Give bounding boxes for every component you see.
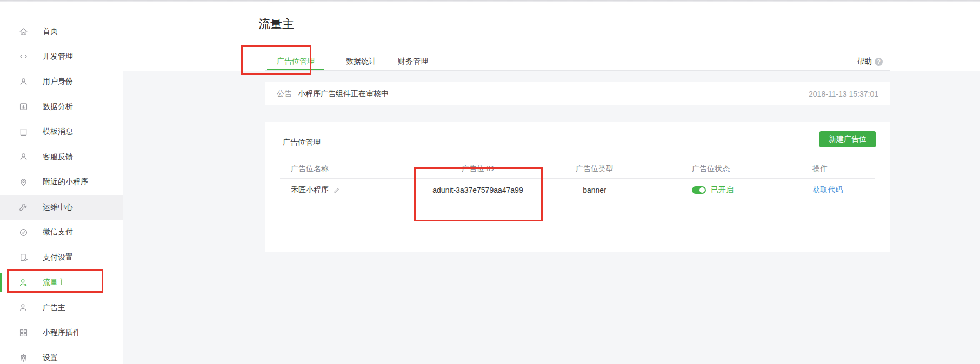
ad-unit-card-header: 广告位管理 新建广告位 — [265, 122, 890, 160]
sidebar-item-feedback[interactable]: 客服反馈 — [0, 145, 123, 170]
sidebar-item-label: 用户身份 — [43, 77, 73, 86]
status-toggle[interactable] — [692, 186, 706, 194]
header-ad-unit-id: 广告位 ID — [415, 164, 541, 174]
sidebar-nav: 首页 开发管理 用户身份 数据分析 — [0, 19, 123, 364]
sidebar-item-dev-management[interactable]: 开发管理 — [0, 44, 123, 70]
advertiser-icon — [18, 302, 29, 313]
sidebar-item-miniprogram-plugin[interactable]: 小程序插件 — [0, 320, 123, 346]
tab-bar-divider — [265, 70, 890, 71]
sidebar-item-label: 设置 — [43, 353, 58, 363]
ad-unit-card: 广告位管理 新建广告位 广告位名称 广告位 ID 广告位类型 广告位状态 操作 … — [265, 122, 890, 252]
sidebar: 首页 开发管理 用户身份 数据分析 — [0, 0, 123, 364]
gear-icon — [18, 353, 29, 363]
payment-settings-icon — [18, 252, 29, 263]
sidebar-item-label: 支付设置 — [43, 253, 73, 262]
sidebar-item-payment-settings[interactable]: 支付设置 — [0, 245, 123, 271]
window-top-edge — [0, 0, 980, 2]
svg-text:¥: ¥ — [24, 282, 26, 287]
sidebar-item-label: 模板消息 — [43, 127, 73, 137]
sidebar-item-traffic-monetization[interactable]: ¥ 流量主 — [0, 270, 123, 295]
feedback-icon — [18, 152, 29, 163]
sidebar-item-label: 运维中心 — [43, 203, 73, 212]
edit-pencil-icon[interactable] — [333, 186, 340, 193]
header-actions: 操作 — [784, 164, 875, 174]
announcement-bar: 公告 小程序广告组件正在审核中 2018-11-13 15:37:01 — [265, 82, 890, 105]
ad-unit-card-title: 广告位管理 — [283, 138, 321, 147]
announcement-message: 小程序广告组件正在审核中 — [298, 89, 389, 99]
sidebar-item-settings[interactable]: 设置 — [0, 346, 123, 364]
announcement-timestamp: 2018-11-13 15:37:01 — [809, 90, 878, 98]
toggle-knob — [699, 187, 705, 193]
sidebar-item-label: 附近的小程序 — [43, 177, 88, 187]
sidebar-item-label: 开发管理 — [43, 52, 73, 62]
sidebar-item-home[interactable]: 首页 — [0, 19, 123, 44]
sidebar-item-label: 小程序插件 — [43, 328, 81, 338]
template-message-icon — [18, 126, 29, 137]
get-code-link[interactable]: 获取代码 — [812, 185, 843, 194]
bar-chart-icon — [18, 102, 29, 112]
wechat-pay-icon — [18, 227, 29, 238]
traffic-monetization-icon: ¥ — [18, 277, 29, 288]
sidebar-item-user-identity[interactable]: 用户身份 — [0, 69, 123, 95]
announcement-tag: 公告 — [277, 89, 292, 99]
tab-ad-unit-management[interactable]: 广告位管理 — [267, 57, 324, 71]
question-mark-icon: ? — [875, 58, 883, 66]
ad-unit-table: 广告位名称 广告位 ID 广告位类型 广告位状态 操作 禾匠小程序 adunit… — [280, 160, 875, 201]
ad-unit-name: 禾匠小程序 — [291, 185, 329, 195]
header-ad-unit-type: 广告位类型 — [541, 164, 649, 174]
status-label: 已开启 — [711, 185, 734, 195]
sidebar-item-label: 广告主 — [43, 303, 65, 313]
wechat-mp-console-page: 首页 开发管理 用户身份 数据分析 — [0, 0, 980, 364]
help-label: 帮助 — [857, 57, 872, 66]
sidebar-item-label: 客服反馈 — [43, 152, 73, 162]
sidebar-item-nearby-miniprogram[interactable]: 附近的小程序 — [0, 170, 123, 195]
tab-finance-management[interactable]: 财务管理 — [398, 57, 428, 71]
home-icon — [18, 26, 29, 37]
header-ad-unit-status: 广告位状态 — [649, 164, 784, 174]
page-title: 流量主 — [258, 16, 294, 32]
sidebar-item-wechat-pay[interactable]: 微信支付 — [0, 220, 123, 245]
ad-unit-type: banner — [541, 186, 649, 194]
sidebar-item-ops-center[interactable]: 运维中心 — [0, 195, 123, 220]
code-icon — [18, 51, 29, 62]
sidebar-item-label: 流量主 — [43, 278, 65, 287]
sidebar-item-label: 微信支付 — [43, 227, 73, 237]
sidebar-item-label: 数据分析 — [43, 102, 73, 112]
tab-bar: 广告位管理 数据统计 财务管理 — [267, 57, 428, 71]
user-icon — [18, 76, 29, 87]
sidebar-item-template-message[interactable]: 模板消息 — [0, 119, 123, 145]
wrench-icon — [18, 202, 29, 213]
location-pin-icon — [18, 177, 29, 187]
ad-unit-id: adunit-3a37e7579aa47a99 — [415, 186, 541, 194]
tab-data-statistics[interactable]: 数据统计 — [346, 57, 376, 71]
ad-unit-table-header: 广告位名称 广告位 ID 广告位类型 广告位状态 操作 — [280, 160, 875, 179]
new-ad-unit-button[interactable]: 新建广告位 — [819, 131, 876, 147]
table-row: 禾匠小程序 adunit-3a37e7579aa47a99 banner 已开启… — [280, 179, 875, 201]
content-header: 流量主 广告位管理 数据统计 财务管理 帮助 ? — [123, 0, 980, 71]
sidebar-item-label: 首页 — [43, 26, 58, 36]
plugin-icon — [18, 327, 29, 338]
sidebar-item-advertiser[interactable]: 广告主 — [0, 295, 123, 321]
header-ad-unit-name: 广告位名称 — [280, 164, 415, 174]
help-button[interactable]: 帮助 ? — [857, 57, 883, 66]
sidebar-item-data-analysis[interactable]: 数据分析 — [0, 95, 123, 120]
sidebar-active-indicator — [0, 273, 2, 292]
